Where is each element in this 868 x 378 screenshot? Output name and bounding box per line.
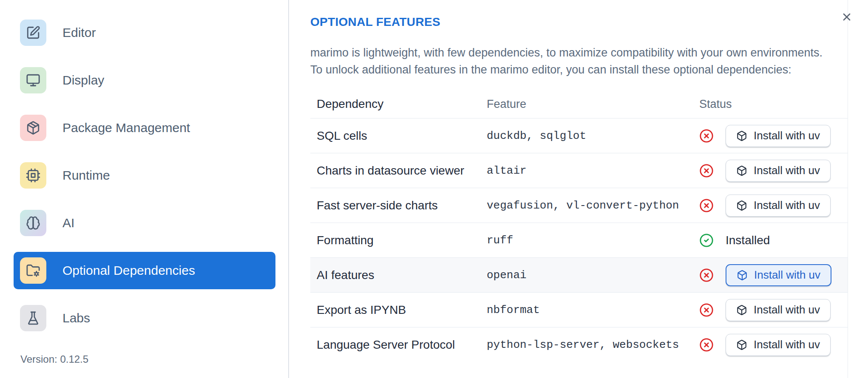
sidebar-item-label: Optional Dependencies (62, 263, 195, 278)
sidebar-item-ai[interactable]: AI (14, 204, 275, 242)
install-button-label: Install with uv (754, 268, 820, 282)
dependency-name: AI features (310, 268, 487, 282)
table-row-ai-features: AI featuresopenaiInstall with uv (310, 257, 848, 292)
status-cell: Install with uv (699, 195, 848, 217)
circle-x-icon (699, 129, 714, 143)
feature-packages: nbformat (487, 304, 699, 316)
monitor-icon (20, 67, 46, 93)
cpu-icon (20, 162, 46, 189)
status-cell: Install with uv (699, 334, 848, 356)
dependency-name: Export as IPYNB (310, 303, 487, 317)
sidebar-item-label: AI (62, 216, 74, 230)
panel-description: marimo is lightweight, with few dependen… (310, 44, 848, 78)
install-button-label: Install with uv (754, 338, 820, 351)
install-button-label: Install with uv (754, 129, 820, 142)
install-with-uv-button[interactable]: Install with uv (726, 195, 831, 217)
page-title: OPTIONAL FEATURES (310, 15, 848, 29)
table-row-sql-cells: SQL cellsduckdb, sqlglotInstall with uv (310, 118, 848, 153)
box-icon (736, 200, 747, 211)
box-icon (736, 339, 747, 350)
dependency-name: Language Server Protocol (310, 338, 487, 352)
box-icon (737, 270, 748, 281)
dependency-name: Fast server-side charts (310, 199, 487, 212)
sidebar-item-label: Editor (62, 25, 96, 40)
box-icon (736, 305, 747, 316)
sidebar-item-package-management[interactable]: Package Management (14, 109, 275, 147)
version-label: Version: 0.12.5 (20, 353, 88, 365)
package-icon (20, 115, 46, 141)
sidebar-items: EditorDisplayPackage ManagementRuntimeAI… (14, 14, 275, 337)
install-button-label: Install with uv (754, 199, 820, 212)
dependency-name: SQL cells (310, 129, 487, 143)
feature-packages: vegafusion, vl-convert-python (487, 199, 699, 212)
description-line-2: To unlock additional features in the mar… (310, 63, 791, 76)
status-cell: Install with uv (699, 125, 848, 147)
table-row-export-as-ipynb: Export as IPYNBnbformatInstall with uv (310, 292, 848, 327)
sidebar-item-display[interactable]: Display (14, 62, 275, 99)
table-header-row: Dependency Feature Status (310, 90, 848, 118)
sidebar-item-labs[interactable]: Labs (14, 299, 275, 337)
install-button-label: Install with uv (754, 303, 820, 316)
sidebar-item-optional-dependencies[interactable]: Optional Dependencies (14, 252, 275, 289)
sidebar-item-label: Package Management (62, 121, 190, 135)
circle-x-icon (699, 338, 714, 352)
feature-packages: altair (487, 164, 699, 177)
dependency-name: Charts in datasource viewer (310, 164, 487, 178)
optional-dependencies-panel: OPTIONAL FEATURES marimo is lightweight,… (290, 0, 868, 378)
dependency-name: Formatting (310, 234, 487, 247)
column-header-dependency: Dependency (310, 97, 487, 111)
close-icon[interactable] (839, 9, 854, 25)
folder-cog-icon (20, 257, 46, 284)
status-cell: Installed (699, 233, 848, 248)
brain-icon (20, 210, 46, 236)
circle-x-icon (699, 164, 714, 178)
sidebar-item-label: Display (62, 73, 104, 87)
column-header-feature: Feature (487, 98, 699, 111)
install-button-label: Install with uv (754, 164, 820, 177)
circle-x-icon (699, 268, 714, 282)
sidebar-item-editor[interactable]: Editor (14, 14, 275, 51)
settings-sidebar: EditorDisplayPackage ManagementRuntimeAI… (0, 0, 289, 378)
box-icon (736, 130, 747, 141)
install-with-uv-button[interactable]: Install with uv (726, 160, 831, 182)
panel-right-divider (848, 0, 848, 378)
sidebar-item-runtime[interactable]: Runtime (14, 157, 275, 194)
install-with-uv-button[interactable]: Install with uv (726, 334, 831, 356)
status-cell: Install with uv (699, 160, 848, 182)
dependencies-table: Dependency Feature Status SQL cellsduckd… (310, 90, 848, 362)
installed-status-label: Installed (726, 234, 770, 247)
column-header-status: Status (699, 98, 848, 111)
table-row-charts-in-datasource-viewer: Charts in datasource vieweraltairInstall… (310, 153, 848, 188)
box-icon (736, 165, 747, 176)
install-with-uv-button[interactable]: Install with uv (726, 125, 831, 147)
table-row-formatting: FormattingruffInstalled (310, 223, 848, 257)
flask-icon (20, 305, 46, 331)
feature-packages: openai (487, 269, 699, 282)
circle-check-icon (699, 233, 714, 248)
status-cell: Install with uv (699, 299, 848, 321)
circle-x-icon (699, 198, 714, 213)
feature-packages: python-lsp-server, websockets (487, 339, 699, 351)
pencil-square-icon (20, 20, 46, 46)
sidebar-item-label: Labs (62, 311, 90, 325)
feature-packages: ruff (487, 234, 699, 247)
table-row-fast-server-side-charts: Fast server-side chartsvegafusion, vl-co… (310, 188, 848, 223)
table-body: SQL cellsduckdb, sqlglotInstall with uvC… (310, 118, 848, 362)
description-line-1: marimo is lightweight, with few dependen… (310, 46, 823, 59)
sidebar-item-label: Runtime (62, 168, 110, 183)
install-with-uv-button[interactable]: Install with uv (726, 299, 831, 321)
install-with-uv-button[interactable]: Install with uv (726, 264, 831, 286)
circle-x-icon (699, 303, 714, 317)
feature-packages: duckdb, sqlglot (487, 130, 699, 142)
table-row-language-server-protocol: Language Server Protocolpython-lsp-serve… (310, 327, 848, 362)
status-cell: Install with uv (699, 264, 848, 286)
